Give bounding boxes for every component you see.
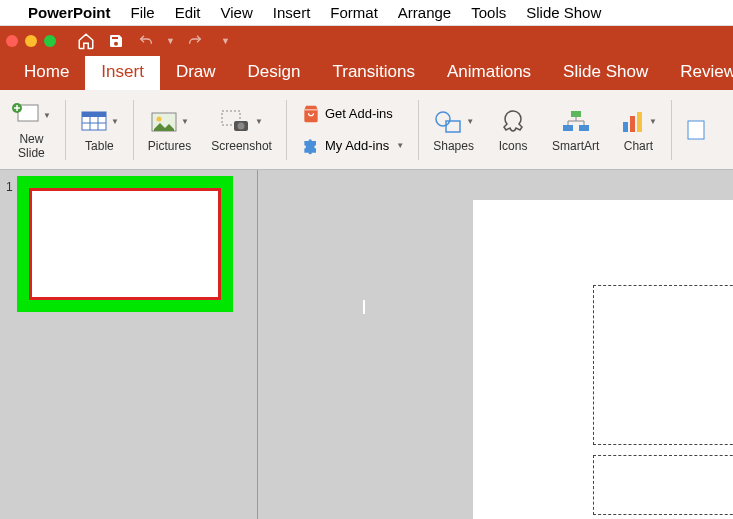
icons-icon <box>499 106 527 138</box>
smartart-icon <box>561 106 591 138</box>
screenshot-label: Screenshot <box>211 140 272 153</box>
home-icon[interactable] <box>76 31 96 51</box>
smartart-button[interactable]: SmartArt <box>546 106 605 153</box>
slide-thumbnail[interactable] <box>29 188 221 300</box>
ribbon-insert: ▼ New Slide ▼ Table ▼ Pictures ▼ Screens… <box>0 90 733 170</box>
tab-review[interactable]: Review <box>664 56 733 90</box>
menu-view[interactable]: View <box>221 4 253 21</box>
divider <box>65 100 66 160</box>
svg-point-12 <box>436 112 450 126</box>
menu-tools[interactable]: Tools <box>471 4 506 21</box>
text-icon <box>686 114 706 146</box>
puzzle-icon <box>301 136 321 156</box>
table-button[interactable]: ▼ Table <box>74 106 125 153</box>
smartart-label: SmartArt <box>552 140 599 153</box>
tab-home[interactable]: Home <box>8 56 85 90</box>
svg-rect-19 <box>637 112 642 132</box>
tab-animations[interactable]: Animations <box>431 56 547 90</box>
menu-file[interactable]: File <box>131 4 155 21</box>
new-slide-icon: ▼ <box>12 99 51 131</box>
chart-button[interactable]: ▼ Chart <box>613 106 663 153</box>
divider <box>133 100 134 160</box>
svg-rect-3 <box>82 112 106 117</box>
svg-rect-17 <box>623 122 628 132</box>
table-icon: ▼ <box>80 106 119 138</box>
menu-insert[interactable]: Insert <box>273 4 311 21</box>
redo-icon[interactable] <box>185 31 205 51</box>
undo-icon[interactable] <box>136 31 156 51</box>
svg-rect-18 <box>630 116 635 132</box>
window-controls <box>6 35 56 47</box>
slide-canvas[interactable] <box>258 170 733 519</box>
tab-slideshow[interactable]: Slide Show <box>547 56 664 90</box>
close-window[interactable] <box>6 35 18 47</box>
menu-slideshow[interactable]: Slide Show <box>526 4 601 21</box>
pictures-icon: ▼ <box>150 106 189 138</box>
save-icon[interactable] <box>106 31 126 51</box>
divider <box>418 100 419 160</box>
title-toolbar: ▼ ▼ <box>0 26 733 56</box>
icons-button[interactable]: Icons <box>488 106 538 153</box>
my-addins-label: My Add-ins <box>325 138 389 153</box>
svg-rect-20 <box>688 121 704 139</box>
text-cursor <box>363 300 365 314</box>
svg-point-8 <box>157 116 162 121</box>
slide-thumbnail-highlight <box>17 176 233 312</box>
title-placeholder[interactable] <box>593 285 733 445</box>
ribbon-tabs: Home Insert Draw Design Transitions Anim… <box>0 56 733 90</box>
divider <box>286 100 287 160</box>
chart-icon: ▼ <box>620 106 657 138</box>
maximize-window[interactable] <box>44 35 56 47</box>
svg-rect-14 <box>571 111 581 117</box>
store-icon <box>301 104 321 124</box>
tab-transitions[interactable]: Transitions <box>316 56 431 90</box>
menu-arrange[interactable]: Arrange <box>398 4 451 21</box>
screenshot-button[interactable]: ▼ Screenshot <box>205 106 278 153</box>
macos-menubar: PowerPoint File Edit View Insert Format … <box>0 0 733 26</box>
slide-number: 1 <box>6 180 13 194</box>
svg-rect-16 <box>579 125 589 131</box>
shapes-icon: ▼ <box>433 106 474 138</box>
get-addins-button[interactable]: Get Add-ins <box>301 104 404 124</box>
pictures-button[interactable]: ▼ Pictures <box>142 106 197 153</box>
slide-panel[interactable]: 1 <box>0 170 258 519</box>
app-name[interactable]: PowerPoint <box>28 4 111 21</box>
svg-point-11 <box>238 122 245 129</box>
menu-format[interactable]: Format <box>330 4 378 21</box>
new-slide-label: New Slide <box>18 133 45 159</box>
shapes-label: Shapes <box>433 140 474 153</box>
screenshot-icon: ▼ <box>220 106 263 138</box>
pictures-label: Pictures <box>148 140 191 153</box>
svg-rect-15 <box>563 125 573 131</box>
shapes-button[interactable]: ▼ Shapes <box>427 106 480 153</box>
chart-label: Chart <box>624 140 653 153</box>
new-slide-button[interactable]: ▼ New Slide <box>6 99 57 159</box>
my-addins-button[interactable]: My Add-ins ▼ <box>301 136 404 156</box>
tab-design[interactable]: Design <box>232 56 317 90</box>
tab-draw[interactable]: Draw <box>160 56 232 90</box>
divider <box>671 100 672 160</box>
menu-edit[interactable]: Edit <box>175 4 201 21</box>
more-button[interactable] <box>680 114 712 146</box>
slide[interactable] <box>473 200 733 519</box>
subtitle-placeholder[interactable] <box>593 455 733 515</box>
workspace: 1 <box>0 170 733 519</box>
table-label: Table <box>85 140 114 153</box>
icons-label: Icons <box>499 140 528 153</box>
tab-insert[interactable]: Insert <box>85 56 160 90</box>
get-addins-label: Get Add-ins <box>325 106 393 121</box>
minimize-window[interactable] <box>25 35 37 47</box>
